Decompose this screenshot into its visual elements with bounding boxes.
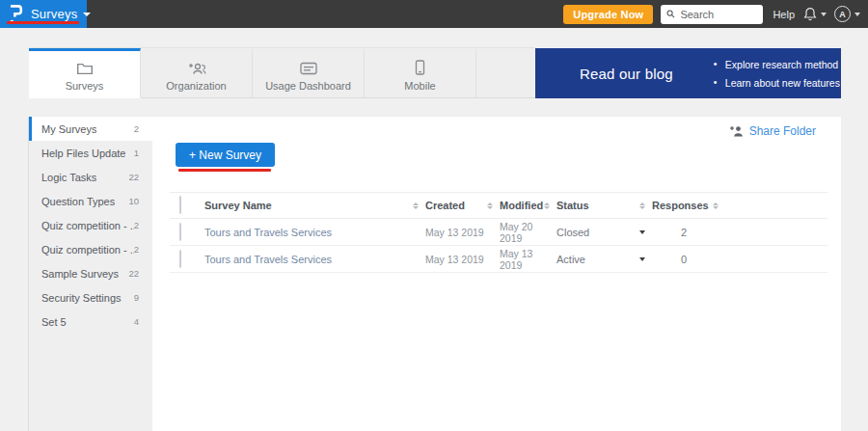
sort-icon[interactable] bbox=[544, 202, 550, 209]
status-value: Closed bbox=[556, 227, 589, 238]
tab-organization[interactable]: Organization bbox=[141, 48, 253, 97]
tab-surveys[interactable]: Surveys bbox=[29, 48, 141, 98]
sidebar-item-count: 22 bbox=[128, 172, 139, 182]
chevron-down-icon bbox=[854, 13, 860, 16]
tab-label: Surveys bbox=[66, 80, 104, 92]
chevron-down-icon bbox=[83, 13, 91, 16]
sidebar-item-sample-surveys[interactable]: Sample Surveys 22 bbox=[29, 261, 152, 285]
help-link[interactable]: Help bbox=[773, 9, 795, 20]
modified-date: May 13 2019 bbox=[500, 248, 556, 271]
tab-usage-dashboard[interactable]: Usage Dashboard bbox=[253, 48, 365, 97]
folders-sidebar: My Surveys 2 Help Files Update 1 Logic T… bbox=[29, 117, 152, 431]
column-header-survey-name: Survey Name bbox=[204, 200, 272, 211]
search-icon bbox=[666, 9, 675, 19]
smartphone-icon bbox=[415, 60, 425, 75]
blog-bullet: Learn about new features bbox=[714, 77, 840, 89]
share-person-add-icon bbox=[729, 125, 744, 137]
table-row: Tours and Travels Services May 13 2019 M… bbox=[170, 246, 827, 273]
table-row: Tours and Travels Services May 13 2019 M… bbox=[170, 219, 827, 246]
sort-icon[interactable] bbox=[487, 202, 493, 209]
row-checkbox[interactable] bbox=[179, 223, 181, 241]
upgrade-now-button[interactable]: Upgrade Now bbox=[563, 5, 653, 24]
select-all-checkbox[interactable] bbox=[179, 196, 181, 214]
read-blog-banner[interactable]: Read our blog Explore research method Le… bbox=[535, 48, 841, 98]
sidebar-item-count: 1 bbox=[134, 148, 139, 158]
folder-icon bbox=[76, 60, 94, 75]
sort-icon[interactable] bbox=[639, 202, 645, 209]
tab-label: Usage Dashboard bbox=[265, 80, 351, 92]
new-survey-button[interactable]: + New Survey bbox=[176, 143, 275, 167]
sidebar-item-security-settings[interactable]: Security Settings 9 bbox=[29, 285, 152, 310]
blog-banner-title: Read our blog bbox=[535, 66, 673, 82]
sidebar-item-count: 4 bbox=[134, 316, 139, 327]
sort-icon[interactable] bbox=[713, 202, 719, 209]
tab-mobile[interactable]: Mobile bbox=[365, 48, 476, 97]
table-header-row: Survey Name Created Modified Status Resp… bbox=[170, 192, 827, 219]
survey-name-link[interactable]: Tours and Travels Services bbox=[204, 254, 425, 265]
chevron-down-icon bbox=[821, 13, 827, 16]
modified-date: May 20 2019 bbox=[500, 221, 556, 244]
column-header-modified: Modified bbox=[500, 200, 543, 211]
survey-name-link[interactable]: Tours and Travels Services bbox=[204, 227, 425, 238]
column-header-responses: Responses bbox=[652, 200, 709, 211]
sidebar-item-label: Help Files Update bbox=[41, 148, 125, 159]
sidebar-item-quiz-competition-2[interactable]: Quiz competition - ... 2 bbox=[29, 237, 152, 261]
notifications-menu[interactable] bbox=[803, 7, 827, 21]
sidebar-item-quiz-competition-1[interactable]: Quiz competition - ... 2 bbox=[29, 213, 152, 237]
sidebar-item-label: My Surveys bbox=[41, 123, 96, 135]
sidebar-item-label: Quiz competition - ... bbox=[41, 220, 134, 231]
dashboard-icon bbox=[300, 60, 317, 75]
column-header-status: Status bbox=[556, 200, 589, 211]
brand-menu[interactable]: Surveys bbox=[0, 0, 87, 28]
content-area: My Surveys 2 Help Files Update 1 Logic T… bbox=[29, 117, 841, 431]
status-dropdown-icon[interactable] bbox=[639, 257, 645, 261]
annotation-underline-new-survey bbox=[178, 169, 271, 172]
row-checkbox[interactable] bbox=[179, 250, 181, 268]
share-folder-label: Share Folder bbox=[749, 124, 816, 138]
people-add-icon bbox=[187, 60, 206, 75]
responses-count: 0 bbox=[652, 254, 725, 265]
topbar-actions: Upgrade Now Help A bbox=[563, 0, 868, 28]
search-input[interactable] bbox=[680, 9, 757, 20]
sidebar-item-count: 22 bbox=[128, 268, 139, 279]
account-menu[interactable]: A bbox=[834, 6, 860, 22]
app-window: Surveys Upgrade Now Help bbox=[0, 0, 868, 431]
sort-icon[interactable] bbox=[413, 202, 419, 209]
responses-count: 2 bbox=[652, 227, 725, 238]
nav-strip: Surveys Organization bbox=[29, 48, 841, 98]
sidebar-item-logic-tasks[interactable]: Logic Tasks 22 bbox=[29, 165, 152, 189]
nav-tabs: Surveys Organization bbox=[29, 48, 535, 98]
sidebar-item-label: Sample Surveys bbox=[41, 268, 119, 280]
top-bar: Surveys Upgrade Now Help bbox=[0, 0, 868, 28]
sidebar-item-count: 10 bbox=[128, 196, 139, 206]
sidebar-item-count: 9 bbox=[134, 292, 139, 303]
sidebar-item-my-surveys[interactable]: My Surveys 2 bbox=[29, 117, 152, 141]
surveys-panel: Share Folder + New Survey Survey Name Cr… bbox=[152, 117, 841, 431]
avatar: A bbox=[834, 6, 851, 22]
sidebar-item-label: Logic Tasks bbox=[41, 172, 96, 183]
share-folder-link[interactable]: Share Folder bbox=[729, 124, 816, 138]
bell-icon bbox=[803, 7, 817, 21]
sidebar-item-label: Question Types bbox=[41, 196, 115, 207]
sidebar-item-help-files-update[interactable]: Help Files Update 1 bbox=[29, 141, 152, 165]
sidebar-item-count: 2 bbox=[134, 220, 139, 230]
status-dropdown-icon[interactable] bbox=[639, 230, 645, 234]
sidebar-item-count: 2 bbox=[134, 244, 139, 255]
surveys-table: Survey Name Created Modified Status Resp… bbox=[170, 192, 827, 273]
search-box[interactable] bbox=[661, 5, 763, 24]
tab-label: Organization bbox=[166, 80, 226, 92]
sidebar-item-label: Security Settings bbox=[41, 292, 122, 304]
created-date: May 13 2019 bbox=[425, 227, 500, 238]
product-switcher-label: Surveys bbox=[31, 7, 77, 21]
sidebar-item-question-types[interactable]: Question Types 10 bbox=[29, 189, 152, 213]
sidebar-item-set-5[interactable]: Set 5 4 bbox=[29, 310, 152, 334]
annotation-underline-brand bbox=[7, 21, 79, 24]
sidebar-item-label: Set 5 bbox=[41, 316, 67, 328]
sidebar-item-label: Quiz competition - ... bbox=[41, 244, 134, 256]
tab-label: Mobile bbox=[404, 80, 435, 92]
status-value: Active bbox=[556, 254, 585, 265]
column-header-created: Created bbox=[425, 200, 465, 211]
created-date: May 13 2019 bbox=[425, 254, 500, 265]
sidebar-item-count: 2 bbox=[134, 123, 139, 134]
blog-banner-bullets: Explore research method Learn about new … bbox=[714, 59, 840, 89]
